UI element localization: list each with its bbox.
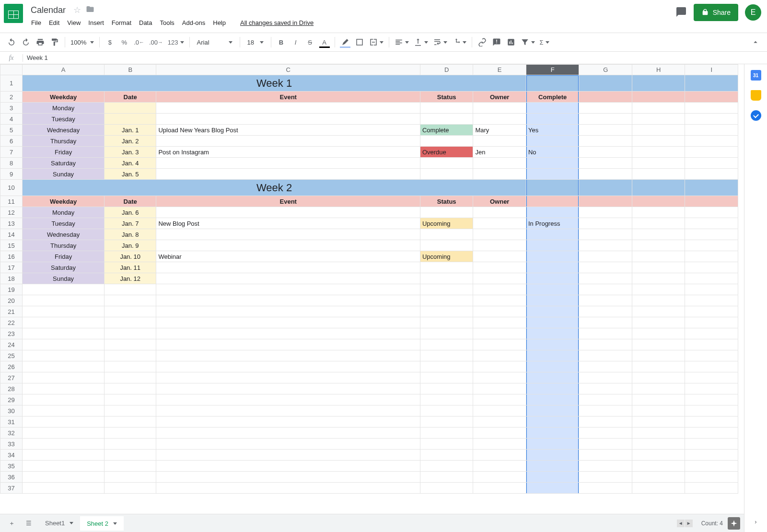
cell[interactable] [420, 405, 473, 416]
cell-weekday[interactable]: Thursday [23, 136, 105, 147]
row-header[interactable]: 15 [0, 240, 23, 251]
all-sheets-button[interactable]: ☰ [21, 516, 36, 531]
cell[interactable] [685, 169, 738, 180]
cell[interactable] [104, 361, 156, 372]
row-header[interactable]: 11 [0, 196, 23, 207]
decrease-decimal-button[interactable]: .0← [132, 35, 146, 49]
cell[interactable] [526, 180, 579, 196]
cell-complete[interactable] [526, 262, 579, 273]
cell-event[interactable] [156, 158, 420, 169]
cell[interactable] [685, 450, 738, 461]
cell[interactable] [104, 383, 156, 394]
text-rotation-button[interactable] [450, 35, 468, 49]
column-header[interactable]: H [632, 65, 685, 75]
column-header[interactable]: E [473, 65, 526, 75]
borders-button[interactable] [353, 35, 366, 49]
cell[interactable] [685, 273, 738, 284]
cell[interactable] [685, 405, 738, 416]
menu-format[interactable]: Format [108, 17, 135, 28]
sheet-tab[interactable]: Sheet1 [38, 516, 80, 531]
zoom-select[interactable]: 100% [69, 35, 96, 49]
cell[interactable] [579, 372, 632, 383]
number-format-select[interactable]: 123 [166, 35, 186, 49]
cell[interactable] [685, 328, 738, 339]
cell-weekday[interactable]: Saturday [23, 158, 105, 169]
cell-date[interactable]: Jan. 5 [104, 169, 156, 180]
cell[interactable] [579, 350, 632, 361]
cell[interactable] [632, 350, 685, 361]
spreadsheet-grid[interactable]: ABCDEFGHI1Week 12WeekdayDateEventStatusO… [0, 64, 744, 514]
cell[interactable] [685, 147, 738, 158]
cell-weekday[interactable]: Tuesday [23, 114, 105, 125]
cell[interactable] [685, 196, 738, 207]
cell[interactable] [579, 240, 632, 251]
cell-date[interactable]: Jan. 11 [104, 262, 156, 273]
cell[interactable] [685, 180, 738, 196]
cell-weekday[interactable]: Wednesday [23, 229, 105, 240]
cell[interactable] [579, 218, 632, 229]
column-header[interactable]: F [526, 65, 579, 75]
cell[interactable] [23, 339, 105, 350]
cell[interactable] [526, 350, 579, 361]
cell-owner[interactable] [473, 218, 526, 229]
menu-data[interactable]: Data [136, 17, 155, 28]
column-subheader[interactable]: Date [104, 92, 156, 103]
cell-date[interactable]: Jan. 12 [104, 273, 156, 284]
row-header[interactable]: 8 [0, 158, 23, 169]
cell[interactable] [104, 306, 156, 317]
menu-help[interactable]: Help [209, 17, 229, 28]
cell[interactable] [579, 317, 632, 328]
cell[interactable] [632, 394, 685, 405]
row-header[interactable]: 13 [0, 218, 23, 229]
cell[interactable] [526, 284, 579, 295]
cell-owner[interactable] [473, 158, 526, 169]
calendar-addon-icon[interactable] [751, 70, 761, 81]
cell[interactable] [632, 328, 685, 339]
cell[interactable] [104, 328, 156, 339]
cell[interactable] [685, 394, 738, 405]
cell[interactable] [23, 416, 105, 428]
cell[interactable] [526, 472, 579, 483]
cell[interactable] [579, 428, 632, 439]
cell[interactable] [685, 461, 738, 472]
cell[interactable] [23, 483, 105, 494]
cell[interactable] [632, 483, 685, 494]
functions-button[interactable]: Σ [538, 35, 551, 49]
cell[interactable] [473, 472, 526, 483]
cell[interactable] [473, 439, 526, 450]
cell[interactable] [632, 75, 685, 92]
cell[interactable] [104, 405, 156, 416]
cell[interactable] [579, 328, 632, 339]
cell[interactable] [23, 450, 105, 461]
column-subheader[interactable] [526, 196, 579, 207]
cell[interactable] [579, 405, 632, 416]
cell-status[interactable] [420, 136, 473, 147]
cell[interactable] [632, 439, 685, 450]
column-header[interactable]: G [579, 65, 632, 75]
cell-complete[interactable]: No [526, 147, 579, 158]
cell[interactable] [579, 339, 632, 350]
cell[interactable] [579, 251, 632, 262]
cell[interactable] [579, 439, 632, 450]
row-header[interactable]: 36 [0, 472, 23, 483]
cell[interactable] [579, 92, 632, 103]
cell[interactable] [473, 317, 526, 328]
cell[interactable] [685, 125, 738, 136]
cell-status[interactable] [420, 114, 473, 125]
cell[interactable] [685, 483, 738, 494]
cell[interactable] [526, 383, 579, 394]
row-header[interactable]: 29 [0, 394, 23, 405]
cell[interactable] [685, 317, 738, 328]
cell[interactable] [685, 350, 738, 361]
cell[interactable] [156, 450, 420, 461]
cell[interactable] [526, 461, 579, 472]
cell-status[interactable] [420, 169, 473, 180]
cell[interactable] [579, 147, 632, 158]
cell[interactable] [632, 207, 685, 218]
column-subheader[interactable]: Weekday [23, 196, 105, 207]
cell-date[interactable]: Jan. 9 [104, 240, 156, 251]
cell[interactable] [23, 350, 105, 361]
cell[interactable] [632, 196, 685, 207]
column-header[interactable]: C [156, 65, 420, 75]
cell[interactable] [685, 158, 738, 169]
